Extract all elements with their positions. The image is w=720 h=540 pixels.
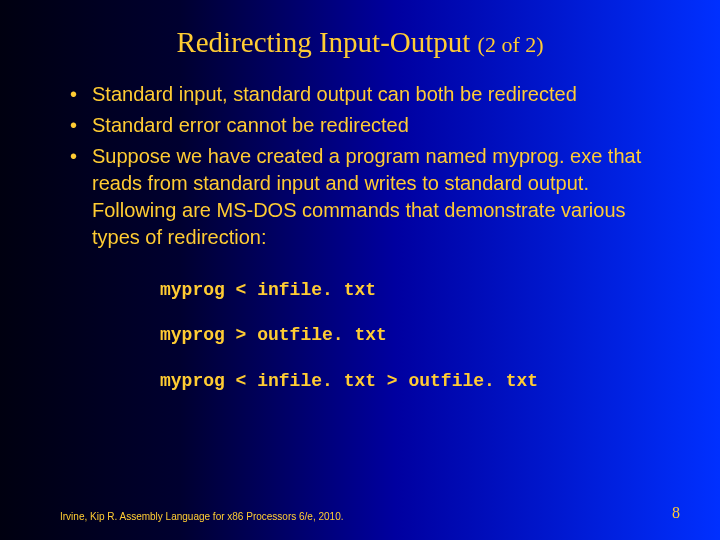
code-block: myprog < infile. txt myprog > outfile. t… — [60, 279, 660, 393]
bullet-item: Suppose we have created a program named … — [88, 143, 660, 251]
bullet-item: Standard input, standard output can both… — [88, 81, 660, 108]
slide-content: Standard input, standard output can both… — [0, 69, 720, 393]
code-line: myprog < infile. txt — [160, 279, 660, 302]
slide: Redirecting Input-Output (2 of 2) Standa… — [0, 0, 720, 540]
title-main: Redirecting Input-Output — [176, 26, 470, 58]
title-sub: (2 of 2) — [478, 32, 544, 57]
page-number: 8 — [672, 504, 680, 522]
code-line: myprog > outfile. txt — [160, 324, 660, 347]
footer-citation: Irvine, Kip R. Assembly Language for x86… — [60, 511, 344, 522]
slide-title: Redirecting Input-Output (2 of 2) — [0, 0, 720, 69]
code-line: myprog < infile. txt > outfile. txt — [160, 370, 660, 393]
bullet-list: Standard input, standard output can both… — [60, 81, 660, 251]
bullet-item: Standard error cannot be redirected — [88, 112, 660, 139]
